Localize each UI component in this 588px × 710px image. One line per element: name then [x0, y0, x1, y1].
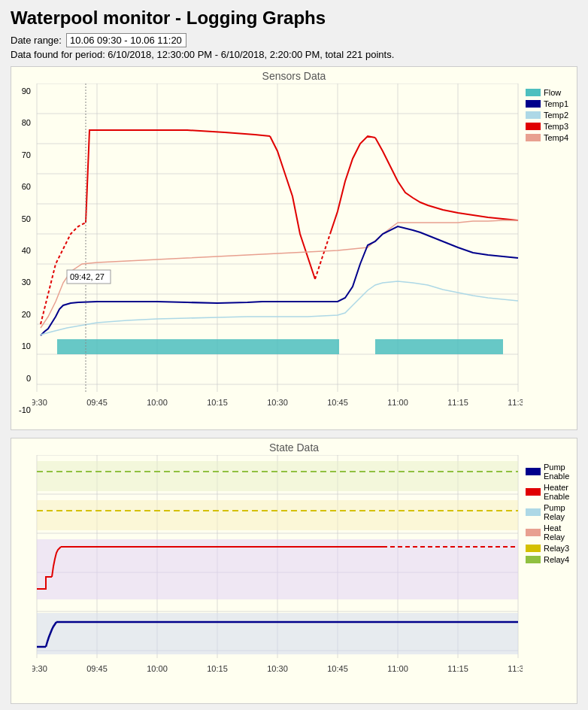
y-label: 20 — [22, 310, 31, 319]
legend-temp2: Temp2 — [526, 111, 574, 120]
y-label: 60 — [22, 182, 31, 191]
sensors-chart-section: Sensors Data 90 80 70 60 50 40 30 20 10 … — [11, 66, 577, 430]
y-label: 90 — [22, 86, 31, 96]
svg-text:11:15: 11:15 — [447, 398, 468, 407]
svg-text:10:00: 10:00 — [147, 398, 168, 407]
state-legend: Pump Enable Heater Enable Pump Relay Hea… — [523, 455, 577, 703]
svg-rect-49 — [37, 461, 518, 491]
svg-text:10:45: 10:45 — [327, 664, 348, 673]
svg-text:10:30: 10:30 — [267, 398, 288, 407]
y-label: 40 — [22, 246, 31, 255]
svg-text:10:15: 10:15 — [207, 664, 228, 673]
data-info: Data found for period: 6/10/2018, 12:30:… — [11, 49, 577, 60]
legend-flow: Flow — [526, 88, 574, 97]
svg-text:09:45: 09:45 — [86, 398, 108, 407]
sensors-chart-title: Sensors Data — [11, 67, 577, 83]
svg-text:10:30: 10:30 — [267, 664, 288, 673]
svg-text:10:45: 10:45 — [327, 398, 348, 407]
state-chart-title: State Data — [11, 438, 577, 455]
legend-relay3: Relay3 — [526, 544, 574, 553]
sensors-chart-svg: 09:42, 27 09:30 09:45 10:00 10:15 10:30 … — [32, 83, 523, 414]
y-label: 80 — [22, 118, 31, 127]
sensors-legend: Flow Temp1 Temp2 Temp3 Temp4 — [523, 83, 577, 429]
svg-text:11:00: 11:00 — [387, 398, 408, 407]
legend-temp3: Temp3 — [526, 122, 574, 131]
svg-text:11:00: 11:00 — [387, 664, 408, 673]
svg-text:10:15: 10:15 — [207, 398, 228, 407]
svg-rect-20 — [57, 339, 339, 354]
legend-temp4: Temp4 — [526, 133, 574, 142]
svg-text:10:00: 10:00 — [147, 664, 168, 673]
svg-rect-21 — [375, 339, 503, 354]
legend-relay4: Relay4 — [526, 555, 574, 564]
y-label: 0 — [26, 374, 31, 383]
svg-text:11:30: 11:30 — [508, 664, 523, 673]
svg-rect-51 — [37, 500, 518, 530]
svg-text:11:30: 11:30 — [508, 398, 523, 407]
y-label: 10 — [22, 341, 31, 350]
state-chart-svg: 09:30 09:45 10:00 10:15 10:30 10:45 11:0… — [32, 455, 523, 688]
svg-rect-54 — [37, 613, 518, 654]
legend-temp1: Temp1 — [526, 99, 574, 108]
state-chart-section: State Data — [11, 438, 577, 704]
page-title: Waterpool monitor - Logging Graphs — [11, 8, 577, 29]
y-label: -10 — [19, 405, 31, 414]
svg-text:11:15: 11:15 — [447, 664, 468, 673]
svg-text:09:30: 09:30 — [32, 398, 47, 407]
svg-text:09:45: 09:45 — [86, 664, 108, 673]
legend-heater-enable: Heater Enable — [526, 483, 574, 501]
date-range-label: Date range: — [11, 35, 62, 46]
legend-pump-enable: Pump Enable — [526, 463, 574, 481]
legend-pump-relay: Pump Relay — [526, 503, 574, 521]
y-label: 70 — [22, 150, 31, 159]
svg-text:09:30: 09:30 — [32, 664, 47, 673]
svg-text:09:42, 27: 09:42, 27 — [70, 272, 105, 281]
date-range-input[interactable] — [66, 33, 186, 47]
y-label: 30 — [22, 278, 31, 287]
svg-rect-53 — [37, 539, 518, 599]
y-label: 50 — [22, 214, 31, 223]
legend-heat-relay: Heat Relay — [526, 523, 574, 542]
